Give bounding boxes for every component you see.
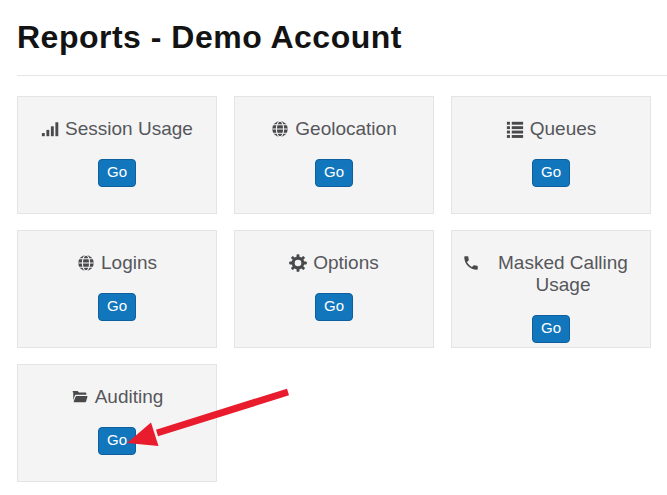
bar-chart-icon xyxy=(41,120,59,138)
report-card-label: Session Usage xyxy=(28,118,206,140)
report-card-masked-calling-usage: Masked Calling Usage Go xyxy=(451,230,651,348)
report-card-geolocation: Geolocation Go xyxy=(234,96,434,214)
report-card-options: Options Go xyxy=(234,230,434,348)
report-card-label-text: Options xyxy=(313,252,378,274)
report-card-label: Options xyxy=(245,252,423,274)
list-icon xyxy=(506,120,524,138)
report-card-label-text: Auditing xyxy=(95,386,164,408)
report-card-label: Logins xyxy=(28,252,206,274)
session-usage-go-button[interactable]: Go xyxy=(98,159,136,187)
report-card-label: Geolocation xyxy=(245,118,423,140)
geolocation-go-button[interactable]: Go xyxy=(315,159,353,187)
report-card-label-text: Geolocation xyxy=(295,118,396,140)
logins-go-button[interactable]: Go xyxy=(98,293,136,321)
report-card-label-text: Queues xyxy=(530,118,597,140)
report-card-label-text: Masked Calling Usage xyxy=(486,252,640,296)
options-go-button[interactable]: Go xyxy=(315,293,353,321)
divider xyxy=(17,75,667,76)
globe-icon xyxy=(77,254,95,272)
folder-open-icon xyxy=(71,388,89,406)
globe-icon xyxy=(271,120,289,138)
phone-icon xyxy=(462,254,480,272)
reports-grid: Session Usage Go Geolocation Go Queues G… xyxy=(17,96,667,482)
report-card-queues: Queues Go xyxy=(451,96,651,214)
report-card-label: Auditing xyxy=(28,386,206,408)
masked-calling-usage-go-button[interactable]: Go xyxy=(532,315,570,343)
report-card-label-text: Logins xyxy=(101,252,157,274)
gear-icon xyxy=(289,254,307,272)
queues-go-button[interactable]: Go xyxy=(532,159,570,187)
page-title: Reports - Demo Account xyxy=(17,18,667,56)
report-card-session-usage: Session Usage Go xyxy=(17,96,217,214)
auditing-go-button[interactable]: Go xyxy=(98,427,136,455)
report-card-logins: Logins Go xyxy=(17,230,217,348)
report-card-label-text: Session Usage xyxy=(65,118,193,140)
report-card-label: Queues xyxy=(462,118,640,140)
report-card-auditing: Auditing Go xyxy=(17,364,217,482)
report-card-label: Masked Calling Usage xyxy=(462,252,640,296)
